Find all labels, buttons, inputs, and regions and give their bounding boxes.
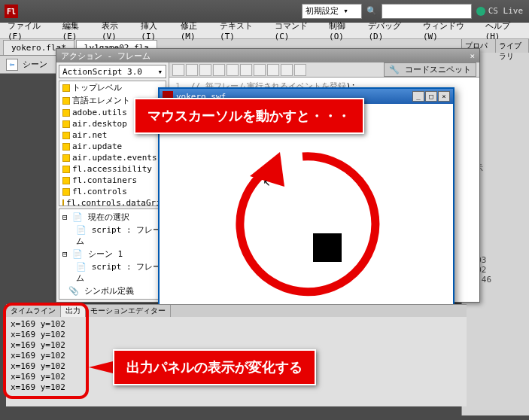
menu-insert[interactable]: 挿入(I) (136, 19, 174, 43)
scene-back-icon[interactable]: ⇦ (6, 59, 18, 71)
annotation-highlight-box (3, 303, 89, 399)
package-icon (62, 97, 70, 105)
minimize-button[interactable]: _ (412, 91, 424, 102)
annotation-callout-2: 出力パネルの表示が変化する (113, 349, 316, 385)
menu-bar: ファイル(F) 編集(E) 表示(V) 挿入(I) 修正(M) テキスト(T) … (0, 23, 529, 39)
black-square (313, 233, 342, 262)
cs-live-icon (476, 7, 485, 16)
chevron-down-icon: ▾ (157, 67, 163, 77)
list-item: air.update (59, 141, 166, 152)
list-item: fl.controls (59, 186, 166, 197)
toolbar-button[interactable] (199, 64, 211, 76)
package-icon (62, 84, 70, 92)
search-icon: 🔍 (366, 6, 377, 16)
menu-edit[interactable]: 編集(E) (58, 19, 96, 43)
package-icon (62, 120, 70, 128)
tab-motion-editor[interactable]: モーションエディター (86, 305, 171, 317)
toolbar-button[interactable] (172, 64, 184, 76)
list-item: fl.controls.dataGridClasses (59, 197, 166, 206)
toolbar-button[interactable] (226, 64, 239, 76)
workspace-preset-dropdown[interactable]: 初期設定 ▾ (302, 4, 362, 19)
flash-logo-icon: Fl (5, 5, 18, 18)
menu-view[interactable]: 表示(V) (97, 19, 135, 43)
list-item: fl.containers (59, 175, 166, 186)
package-icon (62, 166, 70, 173)
menu-commands[interactable]: コマンド(C) (270, 19, 324, 43)
toolbar-button[interactable] (186, 64, 198, 76)
cs-live-button[interactable]: CS Live (476, 6, 523, 16)
close-icon[interactable]: × (470, 51, 475, 61)
package-icon (62, 154, 70, 162)
scene-label: シーン (23, 59, 47, 70)
package-icon (62, 199, 64, 207)
search-input[interactable] (382, 4, 472, 19)
actionscript-version-dropdown[interactable]: ActionScript 3.0▾ (59, 65, 166, 78)
list-item: fl.accessibility (59, 163, 166, 175)
cursor-icon: ↖ (263, 175, 271, 189)
code-toolbar: 🔧 コードスニペット (169, 62, 479, 78)
menu-file[interactable]: ファイル(F) (3, 19, 56, 43)
toolbar-button[interactable] (254, 64, 266, 76)
tab-library[interactable]: ライブラリ (496, 39, 530, 53)
toolbar-button[interactable] (267, 64, 279, 76)
package-icon (62, 177, 70, 184)
script-tree[interactable]: ⊟ 📄 現在の選択 📄 script : フレーム ⊟ 📄 シーン 1 📄 sc… (59, 208, 166, 300)
toolbar-button[interactable] (294, 64, 306, 76)
list-item: トップレベル (59, 81, 166, 94)
list-item: air.update.events (59, 152, 166, 163)
toolbar-button[interactable] (281, 64, 293, 76)
circle-arrow-icon (160, 104, 456, 307)
package-icon (62, 132, 70, 139)
maximize-button[interactable]: □ (425, 91, 437, 102)
annotation-callout-1: マウスカーソルを動かすと・・・ (134, 98, 364, 134)
menu-debug[interactable]: デバッグ(D) (363, 19, 417, 43)
package-icon (62, 143, 70, 151)
code-snippet-button[interactable]: 🔧 コードスニペット (384, 62, 476, 77)
toolbar-button[interactable] (240, 64, 252, 76)
menu-control[interactable]: 制御(O) (324, 19, 362, 43)
menu-modify[interactable]: 修正(M) (176, 19, 214, 43)
toolbar-button[interactable] (213, 64, 225, 76)
close-button[interactable]: × (438, 91, 450, 102)
actions-titlebar[interactable]: アクション - フレーム× (56, 49, 479, 62)
swf-stage[interactable]: ↖ (160, 104, 453, 307)
package-icon (62, 109, 70, 117)
package-icon (62, 188, 70, 196)
menu-text[interactable]: テキスト(T) (215, 19, 269, 43)
